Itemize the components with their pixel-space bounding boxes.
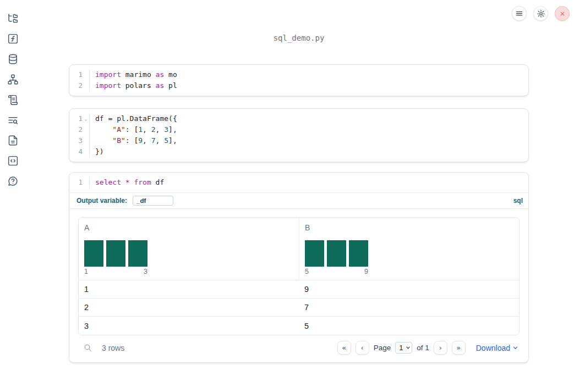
histogram-axis: 13 xyxy=(84,268,147,275)
table-row[interactable]: 35 xyxy=(79,317,519,335)
sidebar-item-snippets[interactable] xyxy=(7,154,19,167)
code-token: import xyxy=(95,70,121,79)
histogram-bar xyxy=(305,240,324,267)
code-text[interactable]: "A": [1, 2, 3], xyxy=(90,124,177,135)
notebook-filename: sql_demo.py xyxy=(69,34,529,43)
column-stats: B59 xyxy=(299,218,519,280)
code-token: from xyxy=(134,178,151,186)
code-token xyxy=(95,136,112,145)
code-text[interactable]: select * from df xyxy=(90,177,164,188)
code-token: 9 xyxy=(138,136,143,145)
table-row[interactable]: 27 xyxy=(79,299,519,317)
menu-button[interactable] xyxy=(512,6,527,21)
code-token: 3 xyxy=(164,125,168,134)
table-cell: 2 xyxy=(79,303,299,312)
code-editor[interactable]: 1⌄df = pl.DataFrame({2 "A": [1, 2, 3],3 … xyxy=(69,109,528,162)
search-button[interactable] xyxy=(83,343,92,352)
code-text[interactable]: import marimo as mo xyxy=(90,69,177,80)
sidebar-item-data-sources[interactable] xyxy=(7,53,19,65)
page-select[interactable]: 1 xyxy=(395,342,412,354)
code-editor[interactable]: 1import marimo as mo2import polars as pl xyxy=(69,65,528,96)
table-cell: 3 xyxy=(79,322,299,330)
axis-min-label: 5 xyxy=(305,268,309,275)
page-select-wrap: 1 xyxy=(395,342,412,354)
next-page-button[interactable]: › xyxy=(434,341,447,355)
fold-gutter xyxy=(83,124,90,135)
column-header-label[interactable]: B xyxy=(305,223,513,232)
sidebar-item-help[interactable] xyxy=(7,175,19,187)
code-token xyxy=(121,178,125,186)
code-line: 4}) xyxy=(69,146,528,157)
code-token: * xyxy=(125,178,130,186)
code-token: ], xyxy=(168,136,177,145)
histogram-bar xyxy=(84,240,103,267)
chevrons-right-icon: » xyxy=(456,344,461,352)
code-token: 2 xyxy=(151,125,156,134)
code-text[interactable]: "B": [9, 7, 5], xyxy=(90,135,177,146)
code-text[interactable]: df = pl.DataFrame({ xyxy=(90,113,177,124)
code-token: , xyxy=(156,136,165,145)
code-text[interactable]: }) xyxy=(90,146,104,157)
axis-max-label: 9 xyxy=(364,268,368,275)
histogram-bar xyxy=(106,240,125,267)
notebook: sql_demo.py 1import marimo as mo2import … xyxy=(69,34,529,363)
code-token: 5 xyxy=(164,136,168,145)
close-icon xyxy=(559,10,566,18)
histogram xyxy=(305,240,368,267)
code-token: as xyxy=(156,70,165,79)
code-token: marimo xyxy=(121,70,156,79)
sidebar-item-documentation[interactable] xyxy=(7,134,19,146)
table-cell: 7 xyxy=(299,303,519,312)
last-page-button[interactable]: » xyxy=(452,341,466,355)
code-token: , xyxy=(143,136,151,145)
code-square-icon xyxy=(7,155,19,167)
histogram-bar xyxy=(327,240,346,267)
fold-gutter xyxy=(83,80,90,91)
shutdown-button[interactable] xyxy=(555,6,570,21)
settings-button[interactable] xyxy=(533,6,548,21)
code-token: "B" xyxy=(112,136,125,145)
code-line: 1import marimo as mo xyxy=(69,69,528,80)
table-row[interactable]: 19 xyxy=(79,280,519,299)
download-label: Download xyxy=(476,344,510,352)
fold-chevron-icon[interactable]: ⌄ xyxy=(83,113,90,124)
histogram-bar xyxy=(349,240,368,267)
code-token: df xyxy=(151,178,164,186)
column-stats: A13 xyxy=(79,218,299,280)
table-cell: 9 xyxy=(299,285,519,294)
download-button[interactable]: Download xyxy=(476,344,518,352)
code-token: 1 xyxy=(138,125,143,134)
table-footer: 3 rows « ‹ Page 1 of 1 xyxy=(78,340,520,355)
chevrons-left-icon: « xyxy=(342,344,346,352)
sql-language-badge: sql xyxy=(513,197,523,205)
help-chat-icon xyxy=(7,175,19,187)
chevron-down-icon xyxy=(512,345,518,351)
table-body: 192735 xyxy=(79,280,519,335)
row-count: 3 rows xyxy=(102,344,124,352)
line-number: 1 xyxy=(69,177,83,188)
fold-gutter xyxy=(83,69,90,80)
line-number: 1 xyxy=(69,69,83,80)
fold-gutter xyxy=(83,146,90,157)
previous-page-button[interactable]: ‹ xyxy=(356,341,369,355)
sql-code-editor[interactable]: 1select * from df xyxy=(69,173,528,193)
function-square-icon xyxy=(7,33,19,45)
sidebar-item-dependencies[interactable] xyxy=(7,73,19,85)
file-tree-icon xyxy=(7,13,19,24)
code-line: 1select * from df xyxy=(69,177,528,188)
histogram-bar xyxy=(128,240,147,267)
output-variable-row: Output variable: sql xyxy=(69,193,528,209)
sidebar-item-logs[interactable] xyxy=(7,93,19,106)
column-header-label[interactable]: A xyxy=(84,223,293,232)
first-page-button[interactable]: « xyxy=(337,341,351,355)
code-token: polars xyxy=(121,81,156,90)
cell-output-area: A13B59 192735 3 rows « ‹ Pag xyxy=(69,209,528,362)
fold-gutter xyxy=(83,135,90,146)
output-variable-input[interactable] xyxy=(133,196,173,206)
sidebar-item-files[interactable] xyxy=(7,12,19,24)
code-text[interactable]: import polars as pl xyxy=(90,80,177,91)
sidebar-item-search[interactable] xyxy=(7,114,19,126)
sidebar-item-variables[interactable] xyxy=(7,32,19,45)
page-label: Page xyxy=(374,344,391,352)
document-icon xyxy=(7,135,19,146)
